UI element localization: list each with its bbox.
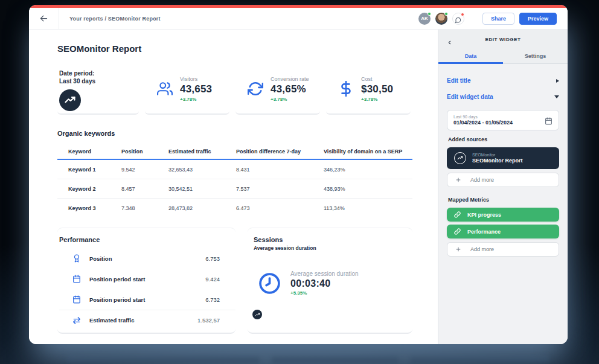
sessions-widget[interactable]: Sessions Average session duration Averag…	[248, 228, 412, 334]
mapped-metric-performance[interactable]: Performance	[447, 225, 559, 238]
table-row[interactable]: Keyword 3 7.348 28,473,82 6.473 113,34%	[57, 199, 412, 218]
app-window: Your reports / SEOMonitor Report AK Shar…	[29, 5, 568, 344]
add-more-label: Add more	[470, 177, 494, 183]
metric-value: 9.424	[205, 276, 235, 283]
trend-badge-icon	[454, 152, 466, 164]
list-item: Estimated traffic 1.532,57	[59, 310, 235, 330]
keywords-table: Keyword Position Estimated traffic Posit…	[57, 144, 412, 218]
chat-bubble-icon	[455, 15, 461, 22]
source-name: SEOMonitor Report	[472, 158, 523, 164]
table-row[interactable]: Keyword 2 8.457 30,542,51 7.537 438,93%	[57, 179, 412, 199]
bottom-widgets-row: Performance Position 6.753 Position peri…	[57, 228, 412, 334]
kpi-delta: +3.78%	[361, 97, 393, 102]
source-card-seomonitor[interactable]: SEOMonitor SEOMonitor Report	[447, 147, 559, 169]
plus-icon	[455, 177, 461, 183]
added-sources-label: Added sources	[448, 136, 559, 142]
panel-tabs: Data Settings	[438, 49, 568, 64]
metric-label: Position period start	[89, 276, 145, 283]
dollar-icon	[338, 81, 354, 97]
kpi-card-conversion-rate[interactable]: Conversion rate 43,65% +3.78%	[235, 64, 320, 115]
back-button[interactable]	[29, 8, 59, 29]
background-blurred-text	[411, 356, 549, 363]
panel-back-button[interactable]	[447, 30, 452, 49]
background-blurred-text	[66, 356, 260, 363]
comments-button[interactable]	[452, 13, 464, 25]
add-source-button[interactable]: Add more	[447, 173, 559, 187]
metric-value: 6.732	[205, 296, 235, 303]
share-button[interactable]: Share	[482, 13, 514, 25]
cell-estimated-traffic: 32,653,43	[168, 167, 236, 173]
panel-header: EDIT WIDGET	[438, 30, 568, 49]
clock-icon	[258, 272, 281, 295]
kpi-value: 43,653	[180, 83, 212, 95]
metric-value: 1.532,57	[197, 317, 235, 324]
link-icon	[454, 211, 461, 218]
table-row[interactable]: Keyword 1 9.542 32,653,43 8.431 346,23%	[57, 160, 412, 179]
calendar-icon	[545, 117, 553, 124]
widget-subtitle: Average session duration	[254, 245, 412, 251]
edit-widget-data-row[interactable]: Edit widget data	[447, 89, 559, 105]
edit-widget-panel: EDIT WIDGET Data Settings Edit title Edi…	[438, 30, 568, 344]
online-status-dot	[444, 12, 448, 16]
medal-icon	[72, 254, 81, 263]
tab-data[interactable]: Data	[438, 49, 503, 63]
cell-visibility: 113,34%	[324, 205, 412, 211]
cell-visibility: 438,93%	[324, 186, 412, 192]
table-header-row: Keyword Position Estimated traffic Posit…	[57, 144, 412, 160]
link-icon	[454, 228, 461, 235]
kpi-card-cost[interactable]: Cost $30,50 +3.78%	[326, 64, 411, 115]
tab-settings[interactable]: Settings	[503, 49, 568, 63]
kpi-value: $30,50	[361, 83, 393, 95]
metric-label: Average session duration	[290, 270, 359, 277]
arrow-left-icon	[39, 14, 48, 23]
mapped-metric-label: KPI progress	[467, 212, 501, 218]
topbar-actions: AK Share Preview	[418, 8, 568, 29]
section-title: Organic keywords	[57, 130, 412, 137]
kpi-delta: +3.78%	[180, 97, 212, 102]
performance-widget[interactable]: Performance Position 6.753 Position peri…	[57, 228, 235, 334]
online-status-dot	[428, 12, 431, 16]
session-duration-metric: Average session duration 00:03:40 +5.35%	[254, 270, 412, 296]
list-item: Position period start 6.732	[59, 289, 235, 310]
calendar-icon	[72, 295, 81, 304]
metric-delta: +5.35%	[290, 290, 359, 296]
date-period-card[interactable]: Date period: Last 30 days	[57, 64, 139, 115]
mapped-metric-kpi-progress[interactable]: KPI progress	[447, 208, 559, 222]
organic-keywords-section: Organic keywords Keyword Position Estima…	[57, 130, 412, 218]
date-range-preset: Last 90 days	[453, 115, 513, 119]
column-header: Visibility of domain on a SERP	[324, 148, 412, 155]
edit-title-link: Edit title	[447, 77, 470, 84]
cell-keyword: Keyword 3	[68, 205, 121, 211]
breadcrumb[interactable]: Your reports / SEOMonitor Report	[59, 8, 161, 29]
date-period-label: Date period:	[59, 70, 139, 78]
cell-position-difference: 7.537	[236, 186, 324, 192]
avatar-initials-text: AK	[421, 16, 428, 21]
cell-position: 8.457	[121, 186, 168, 192]
metric-value: 00:03:40	[290, 278, 359, 289]
edit-title-row[interactable]: Edit title	[447, 72, 559, 89]
kpi-label: Cost	[361, 76, 393, 82]
people-icon	[157, 81, 173, 97]
avatar-photo[interactable]	[435, 13, 447, 25]
calendar-icon	[72, 275, 81, 283]
edit-widget-data-link: Edit widget data	[447, 94, 493, 100]
panel-content: Edit title Edit widget data Last 90 days…	[438, 64, 568, 344]
cell-position: 7.348	[121, 205, 168, 211]
caret-down-icon	[554, 95, 559, 98]
avatar-initials[interactable]: AK	[418, 13, 431, 25]
preview-button[interactable]: Preview	[519, 13, 557, 25]
cell-position-difference: 6.473	[236, 205, 324, 211]
add-metric-button[interactable]: Add more	[447, 242, 559, 257]
column-header: Estimated traffic	[168, 148, 236, 155]
panel-title: EDIT WIDGET	[485, 37, 521, 42]
refresh-icon	[248, 81, 263, 97]
date-range-picker[interactable]: Last 90 days 01/04/2024 - 01/05/2024	[447, 110, 559, 130]
column-header: Keyword	[68, 148, 121, 155]
cell-estimated-traffic: 28,473,82	[168, 205, 236, 211]
top-navigation-bar: Your reports / SEOMonitor Report AK Shar…	[29, 8, 568, 30]
kpi-cards-row: Date period: Last 30 days Visitors 43,65…	[57, 64, 412, 115]
notification-dot	[461, 13, 464, 16]
plus-icon	[455, 246, 461, 252]
cell-position-difference: 8.431	[236, 167, 324, 173]
kpi-card-visitors[interactable]: Visitors 43,653 +3.78%	[145, 64, 229, 115]
